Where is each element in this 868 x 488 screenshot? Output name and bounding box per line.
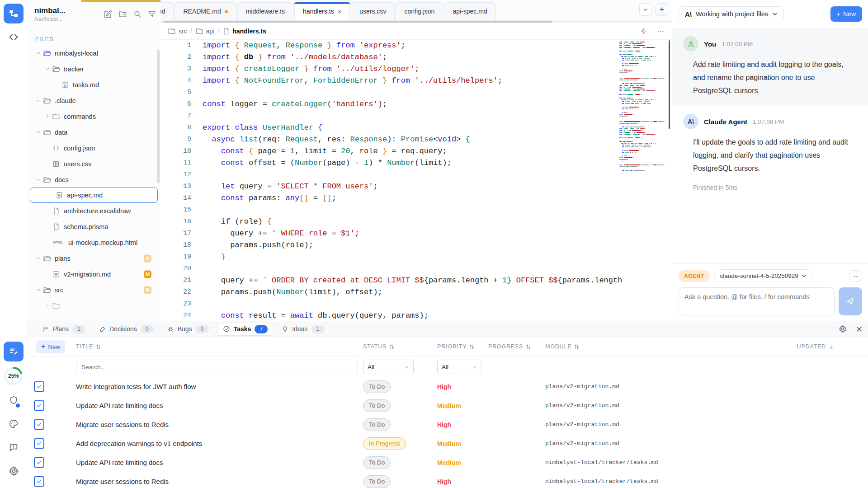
code-view-icon[interactable] — [4, 27, 24, 47]
panel-tab-decisions[interactable]: Decisions0 — [94, 323, 159, 335]
breadcrumb-handlers-ts[interactable]: handlers.ts — [222, 28, 266, 35]
panel-settings-icon[interactable] — [839, 325, 847, 333]
column-header-priority[interactable]: PRIORITY — [437, 343, 488, 350]
theme-palette-icon[interactable] — [4, 414, 24, 434]
tree-item-schema-prisma[interactable]: schema.prisma — [27, 219, 160, 235]
settings-gear-icon[interactable] — [4, 461, 24, 481]
task-row[interactable]: Migrate user sessions to RedisTo DoHighn… — [27, 472, 868, 488]
feedback-icon[interactable] — [4, 437, 24, 457]
app-logo-icon[interactable] — [4, 4, 24, 23]
breadcrumb-src[interactable]: src — [168, 27, 187, 35]
close-tab-icon[interactable]: × — [338, 8, 342, 15]
task-row[interactable]: Update API rate limiting docsTo DoMedium… — [27, 396, 868, 415]
task-row[interactable]: Update API rate limiting docsTo DoMedium… — [27, 453, 868, 472]
notes-panel-button[interactable] — [4, 342, 24, 361]
chat-more-button[interactable]: -- — [849, 270, 862, 282]
tab-readme-md[interactable]: README.md — [175, 2, 236, 20]
send-button[interactable] — [839, 287, 862, 315]
tree-item-architecture-excalidraw[interactable]: architecture.excalidraw — [27, 203, 160, 219]
tab-md[interactable]: md — [160, 2, 174, 20]
task-checkbox[interactable] — [34, 476, 44, 487]
task-checkbox[interactable] — [34, 400, 44, 411]
search-icon[interactable] — [133, 10, 142, 19]
new-folder-icon[interactable] — [118, 10, 127, 19]
sort-icon[interactable] — [574, 344, 580, 350]
chevron-right-icon[interactable] — [42, 114, 52, 119]
tree-item-v2-migration-md[interactable]: v2-migration.mdM — [27, 266, 160, 282]
chevron-down-icon[interactable] — [33, 51, 42, 56]
panel-tab-plans[interactable]: Plans1 — [37, 323, 91, 335]
panel-tab-bugs[interactable]: Bugs0 — [162, 323, 214, 335]
chevron-down-icon[interactable] — [33, 98, 42, 103]
code-editor[interactable]: 1import { Request, Response } from 'expr… — [160, 40, 672, 322]
new-task-button[interactable]: +New — [36, 340, 65, 353]
minimap[interactable] — [619, 42, 665, 172]
tab-overflow-button[interactable] — [639, 3, 652, 16]
model-selector[interactable]: claude-sonnet-4-5-20250929 — [714, 269, 812, 282]
panel-tab-tasks[interactable]: Tasks7 — [217, 323, 274, 336]
column-header-title[interactable]: TITLE — [76, 343, 363, 350]
usage-progress-ring[interactable]: 25% — [4, 366, 24, 386]
column-header-updated[interactable]: UPDATED — [769, 343, 868, 350]
task-checkbox[interactable] — [34, 438, 44, 449]
tree-item-tasks-md[interactable]: tasks.md — [27, 77, 160, 93]
panel-tab-ideas[interactable]: Ideas1 — [276, 323, 330, 335]
priority-filter-select[interactable]: All — [437, 360, 481, 374]
sort-icon[interactable] — [469, 344, 475, 350]
tab-middleware-ts[interactable]: middleware.ts — [237, 2, 293, 20]
breadcrumb-api[interactable]: api — [195, 27, 215, 35]
task-checkbox[interactable] — [34, 419, 44, 430]
tree-item-config-json[interactable]: config.json — [27, 140, 160, 156]
status-filter-select[interactable]: All — [363, 360, 414, 374]
sort-icon[interactable] — [95, 344, 101, 350]
chevron-down-icon[interactable] — [33, 130, 42, 135]
editor-scrollbar[interactable] — [669, 40, 670, 129]
chevron-down-icon[interactable] — [33, 287, 42, 292]
task-row[interactable]: Write integration tests for JWT auth flo… — [27, 377, 868, 396]
column-header-progress[interactable]: PROGRESS — [488, 343, 545, 350]
tab-handlers-ts[interactable]: handlers.ts× — [294, 2, 350, 20]
sort-icon[interactable] — [525, 344, 531, 350]
code-line: 13 let query = 'SELECT * FROM users'; — [160, 181, 672, 192]
new-chat-button[interactable]: +New — [830, 6, 862, 22]
sort-icon[interactable] — [389, 344, 395, 350]
tree-item--claude[interactable]: .claude — [27, 93, 160, 108]
chevron-down-icon[interactable] — [33, 177, 42, 182]
tree-item-data[interactable]: data — [27, 124, 160, 140]
tree-item-ui-mockup-mockup-html[interactable]: HTMLui-mockup.mockup.html — [27, 235, 160, 250]
tab-config-json[interactable]: config.json — [396, 2, 443, 20]
more-actions-icon[interactable] — [657, 28, 665, 35]
task-checkbox[interactable] — [34, 381, 44, 392]
chevron-down-icon[interactable] — [33, 256, 42, 261]
chat-input[interactable] — [679, 287, 835, 315]
tree-item-api-spec-md[interactable]: api-spec.md — [30, 188, 158, 203]
column-header-status[interactable]: STATUS — [363, 343, 437, 350]
tab-users-csv[interactable]: users.csv — [351, 2, 395, 20]
bolt-icon[interactable] — [640, 28, 647, 35]
chevron-down-icon[interactable] — [42, 66, 52, 71]
tree-item[interactable] — [27, 298, 160, 314]
task-row[interactable]: Add deprecation warnings to v1 endpoints… — [27, 434, 868, 453]
column-header-module[interactable]: MODULE — [545, 343, 769, 350]
tree-item-docs[interactable]: docs — [27, 172, 160, 188]
tree-item-commands[interactable]: commands — [27, 108, 160, 124]
sidebar-scrollbar[interactable] — [157, 50, 160, 183]
task-checkbox[interactable] — [34, 457, 44, 468]
task-row[interactable]: Migrate user sessions to RedisTo DoHighp… — [27, 415, 868, 434]
edit-icon[interactable] — [104, 10, 112, 19]
sort-desc-icon[interactable] — [828, 344, 834, 350]
tree-item-plans[interactable]: plansM — [27, 250, 160, 266]
filter-icon[interactable] — [148, 10, 156, 19]
tabstrip-scrollbar[interactable] — [160, 20, 672, 23]
tree-item-src[interactable]: srcM — [27, 282, 160, 298]
tree-item-tracker[interactable]: tracker — [27, 61, 160, 77]
security-shield-icon[interactable] — [4, 390, 24, 410]
tab-api-spec-md[interactable]: api-spec.md — [444, 2, 495, 20]
tree-item-users-csv[interactable]: users.csv — [27, 156, 160, 172]
panel-close-icon[interactable] — [856, 326, 863, 333]
new-tab-button[interactable]: + — [656, 3, 668, 16]
task-search-input[interactable] — [76, 360, 358, 374]
tree-item-nimbalyst-local[interactable]: nimbalyst-local — [27, 45, 160, 61]
chevron-right-icon[interactable] — [42, 303, 52, 308]
session-selector[interactable]: A\ Working with project files — [679, 6, 784, 22]
